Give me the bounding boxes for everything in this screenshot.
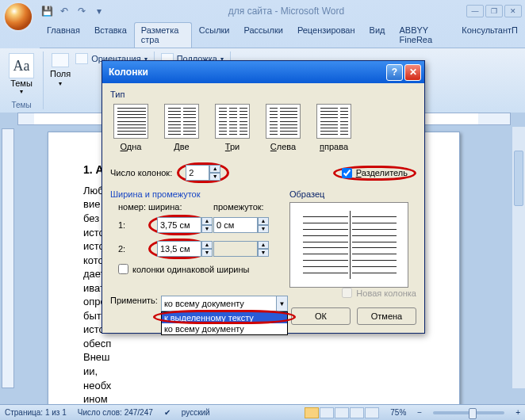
spin-down-icon[interactable]: ▼ (258, 225, 269, 233)
dialog-help-button[interactable]: ? (386, 64, 403, 81)
view-buttons (305, 407, 379, 418)
equal-width-checkbox[interactable]: колонки одинаковой ширины (118, 264, 278, 274)
qat-undo-icon[interactable]: ↶ (57, 4, 71, 18)
window-title: для сайта - Microsoft Word (106, 6, 466, 17)
ribbon-tab-3[interactable]: Ссылки (192, 22, 237, 48)
type-group-label: Тип (110, 90, 416, 99)
dialog-close-button[interactable]: ✕ (404, 64, 421, 81)
zoom-in-button[interactable]: + (515, 408, 520, 417)
ribbon-tabs: ГлавнаяВставкаРазметка страСсылкиРассылк… (40, 22, 525, 48)
row-num: 2: (118, 244, 145, 254)
spin-input[interactable] (157, 217, 201, 233)
status-word-count[interactable]: Число слов: 247/247 (78, 408, 153, 417)
ribbon-group-themes: Aa Темы ▾ Темы (5, 52, 44, 109)
spin-down-icon[interactable]: ▼ (201, 225, 213, 233)
column-preset-2[interactable]: Три (215, 104, 250, 151)
spin-down-icon[interactable]: ▼ (201, 249, 213, 257)
spin-down-icon: ▼ (258, 249, 269, 257)
group-label-themes: Темы (6, 101, 36, 109)
view-web[interactable] (335, 407, 349, 418)
close-button[interactable]: ✕ (504, 5, 522, 17)
new-column-input (342, 288, 352, 298)
num-columns-spinner[interactable]: ▲▼ (186, 165, 220, 181)
proofing-icon[interactable]: ✔ (164, 408, 171, 417)
combo-dropdown-button[interactable]: ▼ (276, 296, 287, 311)
orientation-icon (75, 53, 88, 64)
width-spinner[interactable]: ▲▼ (157, 217, 213, 233)
zoom-out-button[interactable]: − (417, 408, 422, 417)
dialog-titlebar[interactable]: Колонки ? ✕ (102, 61, 424, 83)
vertical-ruler[interactable] (2, 128, 14, 388)
sample-preview (289, 202, 408, 288)
row-num: 1: (118, 220, 145, 230)
qat-save-icon[interactable]: 💾 (40, 4, 54, 18)
column-preset-3[interactable]: Слева (266, 104, 301, 151)
ribbon-tab-0[interactable]: Главная (40, 22, 87, 48)
apply-combo[interactable]: ▼ к выделенному текстуко всему документу (161, 296, 288, 311)
new-column-label: Новая колонка (356, 288, 416, 298)
ribbon-tab-8[interactable]: КонсультантП (454, 22, 525, 48)
highlight-oval: ▲▼ (148, 239, 210, 259)
col-num-header: номер: (118, 202, 145, 212)
column-type-presets: ОднаДвеТриСлевапправа (113, 104, 413, 151)
ribbon-tab-2[interactable]: Разметка стра (134, 22, 192, 48)
view-full-screen[interactable] (320, 407, 334, 418)
zoom-slider[interactable] (433, 411, 504, 414)
maximize-button[interactable]: ❐ (485, 5, 503, 17)
ribbon-tab-6[interactable]: Вид (362, 22, 393, 48)
ribbon-tab-4[interactable]: Рассылки (237, 22, 290, 48)
status-page[interactable]: Страница: 1 из 1 (5, 408, 67, 417)
num-columns-input[interactable] (186, 165, 209, 181)
minimize-button[interactable]: — (466, 5, 484, 17)
cancel-button[interactable]: Отмена (357, 307, 416, 325)
qat-more-icon[interactable]: ▾ (92, 4, 106, 18)
chevron-down-icon: ▾ (59, 80, 62, 87)
width-spinner[interactable]: ▲▼ (213, 217, 275, 233)
width-spinner[interactable]: ▲▼ (157, 241, 213, 257)
equal-width-input[interactable] (118, 264, 128, 274)
status-language[interactable]: русский (182, 408, 210, 417)
ribbon-tab-7[interactable]: ABBYY FineRea (392, 22, 454, 48)
apply-option[interactable]: ко всему документу (162, 323, 287, 334)
divider-checkbox-input[interactable] (342, 168, 352, 178)
window-controls: — ❐ ✕ (466, 5, 522, 17)
column-preset-0[interactable]: Одна (113, 104, 148, 151)
column-preset-1[interactable]: Две (164, 104, 199, 151)
chevron-down-icon: ▾ (20, 88, 23, 95)
qat-redo-icon[interactable]: ↷ (75, 4, 89, 18)
themes-button[interactable]: Aa Темы ▾ (6, 53, 36, 95)
width-spinner: ▲▼ (213, 241, 275, 257)
spin-down-icon[interactable]: ▼ (209, 173, 220, 181)
scrollbar-thumb[interactable] (514, 151, 523, 206)
zoom-percent[interactable]: 75% (390, 408, 406, 417)
margins-label: Поля (50, 69, 71, 78)
equal-width-label: колонки одинаковой ширины (132, 265, 250, 274)
margins-button[interactable]: Поля ▾ (50, 53, 71, 87)
apply-combo-input[interactable] (162, 296, 276, 311)
ribbon-tab-1[interactable]: Вставка (87, 22, 134, 48)
view-outline[interactable] (350, 407, 364, 418)
spin-input[interactable] (157, 241, 201, 257)
spin-input[interactable] (213, 217, 258, 233)
columns-dialog: Колонки ? ✕ Тип ОднаДвеТриСлевапправа Чи… (102, 60, 425, 334)
divider-checkbox[interactable]: Разделитель (342, 168, 408, 178)
spin-up-icon[interactable]: ▲ (201, 241, 213, 249)
spin-up-icon[interactable]: ▲ (201, 217, 213, 225)
spin-up-icon: ▲ (258, 241, 269, 249)
col-gap-header: промежуток: (213, 202, 275, 212)
column-preset-4[interactable]: пправа (316, 104, 351, 151)
ribbon-tab-5[interactable]: Рецензирован (290, 22, 362, 48)
apply-option[interactable]: к выделенному тексту (162, 312, 287, 323)
vertical-scrollbar[interactable] (512, 127, 525, 388)
width-gap-label: Ширина и промежуток (110, 189, 278, 199)
col-width-header: ширина: (148, 202, 210, 212)
width-gap-grid: номер: ширина: промежуток: 1:▲▼▲▼2:▲▼▲▼ (118, 202, 278, 259)
office-button[interactable] (3, 2, 33, 32)
highlight-oval: Разделитель (333, 166, 416, 181)
spin-up-icon[interactable]: ▲ (209, 165, 220, 173)
ok-button[interactable]: ОК (291, 307, 351, 325)
new-column-checkbox: Новая колонка (342, 288, 416, 298)
view-print-layout[interactable] (305, 407, 319, 418)
spin-up-icon[interactable]: ▲ (258, 217, 269, 225)
view-draft[interactable] (365, 407, 379, 418)
